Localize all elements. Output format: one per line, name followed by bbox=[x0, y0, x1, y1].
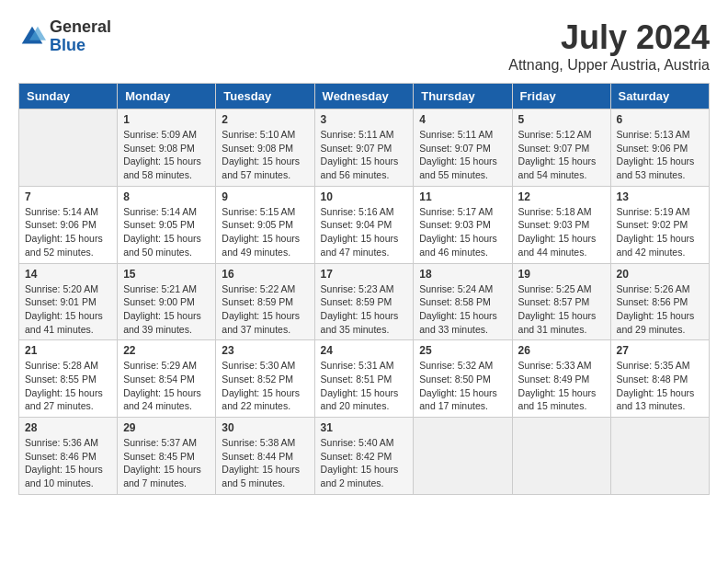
day-info: Sunrise: 5:10 AM Sunset: 9:08 PM Dayligh… bbox=[222, 128, 308, 182]
day-number: 6 bbox=[617, 113, 703, 126]
day-info: Sunrise: 5:32 AM Sunset: 8:50 PM Dayligh… bbox=[419, 359, 506, 413]
day-info: Sunrise: 5:15 AM Sunset: 9:05 PM Dayligh… bbox=[222, 205, 308, 259]
day-info: Sunrise: 5:37 AM Sunset: 8:45 PM Dayligh… bbox=[123, 436, 210, 490]
calendar-cell: 2Sunrise: 5:10 AM Sunset: 9:08 PM Daylig… bbox=[216, 109, 314, 187]
day-info: Sunrise: 5:23 AM Sunset: 8:59 PM Dayligh… bbox=[321, 282, 408, 337]
calendar-cell: 11Sunrise: 5:17 AM Sunset: 9:03 PM Dayli… bbox=[414, 186, 512, 263]
calendar-cell bbox=[414, 418, 512, 495]
calendar-table: SundayMondayTuesdayWednesdayThursdayFrid… bbox=[18, 83, 710, 495]
day-info: Sunrise: 5:14 AM Sunset: 9:05 PM Dayligh… bbox=[123, 205, 210, 259]
calendar-cell: 31Sunrise: 5:40 AM Sunset: 8:42 PM Dayli… bbox=[314, 418, 414, 495]
calendar-cell bbox=[19, 109, 118, 187]
calendar-header-row: SundayMondayTuesdayWednesdayThursdayFrid… bbox=[19, 84, 710, 109]
day-number: 5 bbox=[518, 113, 605, 126]
day-number: 20 bbox=[617, 268, 703, 281]
day-number: 2 bbox=[222, 113, 308, 126]
calendar-cell: 30Sunrise: 5:38 AM Sunset: 8:44 PM Dayli… bbox=[216, 418, 314, 495]
calendar-cell: 4Sunrise: 5:11 AM Sunset: 9:07 PM Daylig… bbox=[414, 109, 512, 187]
calendar-week-row: 21Sunrise: 5:28 AM Sunset: 8:55 PM Dayli… bbox=[19, 340, 710, 418]
day-info: Sunrise: 5:40 AM Sunset: 8:42 PM Dayligh… bbox=[321, 436, 408, 490]
calendar-cell: 27Sunrise: 5:35 AM Sunset: 8:48 PM Dayli… bbox=[610, 340, 709, 418]
col-header-tuesday: Tuesday bbox=[216, 84, 314, 109]
col-header-sunday: Sunday bbox=[19, 84, 118, 109]
calendar-cell: 26Sunrise: 5:33 AM Sunset: 8:49 PM Dayli… bbox=[512, 340, 610, 418]
calendar-cell: 10Sunrise: 5:16 AM Sunset: 9:04 PM Dayli… bbox=[314, 186, 414, 263]
day-info: Sunrise: 5:09 AM Sunset: 9:08 PM Dayligh… bbox=[123, 128, 210, 182]
day-info: Sunrise: 5:22 AM Sunset: 8:59 PM Dayligh… bbox=[222, 282, 308, 337]
day-number: 12 bbox=[518, 190, 605, 203]
day-info: Sunrise: 5:25 AM Sunset: 8:57 PM Dayligh… bbox=[518, 282, 605, 337]
day-number: 13 bbox=[617, 190, 703, 203]
calendar-cell: 24Sunrise: 5:31 AM Sunset: 8:51 PM Dayli… bbox=[314, 340, 414, 418]
day-info: Sunrise: 5:35 AM Sunset: 8:48 PM Dayligh… bbox=[617, 359, 703, 413]
col-header-wednesday: Wednesday bbox=[314, 84, 414, 109]
calendar-cell: 9Sunrise: 5:15 AM Sunset: 9:05 PM Daylig… bbox=[216, 186, 314, 263]
calendar-cell: 13Sunrise: 5:19 AM Sunset: 9:02 PM Dayli… bbox=[610, 186, 709, 263]
day-number: 15 bbox=[123, 268, 210, 281]
day-info: Sunrise: 5:11 AM Sunset: 9:07 PM Dayligh… bbox=[321, 128, 408, 182]
logo-text: General Blue bbox=[50, 18, 111, 55]
calendar-cell: 8Sunrise: 5:14 AM Sunset: 9:05 PM Daylig… bbox=[118, 186, 216, 263]
calendar-cell: 25Sunrise: 5:32 AM Sunset: 8:50 PM Dayli… bbox=[414, 340, 512, 418]
col-header-thursday: Thursday bbox=[414, 84, 512, 109]
calendar-week-row: 1Sunrise: 5:09 AM Sunset: 9:08 PM Daylig… bbox=[19, 109, 710, 187]
calendar-cell: 22Sunrise: 5:29 AM Sunset: 8:54 PM Dayli… bbox=[118, 340, 216, 418]
day-number: 1 bbox=[123, 113, 210, 126]
day-number: 29 bbox=[123, 421, 210, 434]
day-info: Sunrise: 5:19 AM Sunset: 9:02 PM Dayligh… bbox=[617, 205, 703, 259]
day-info: Sunrise: 5:18 AM Sunset: 9:03 PM Dayligh… bbox=[518, 205, 605, 259]
day-info: Sunrise: 5:12 AM Sunset: 9:07 PM Dayligh… bbox=[518, 128, 605, 182]
calendar-cell: 3Sunrise: 5:11 AM Sunset: 9:07 PM Daylig… bbox=[314, 109, 414, 187]
calendar-cell: 15Sunrise: 5:21 AM Sunset: 9:00 PM Dayli… bbox=[118, 263, 216, 340]
day-number: 31 bbox=[321, 421, 408, 434]
day-info: Sunrise: 5:14 AM Sunset: 9:06 PM Dayligh… bbox=[25, 205, 111, 259]
header: General Blue July 2024 Attnang, Upper Au… bbox=[18, 18, 710, 74]
day-number: 4 bbox=[419, 113, 506, 126]
calendar-cell: 21Sunrise: 5:28 AM Sunset: 8:55 PM Dayli… bbox=[19, 340, 118, 418]
day-number: 3 bbox=[321, 113, 408, 126]
day-info: Sunrise: 5:20 AM Sunset: 9:01 PM Dayligh… bbox=[25, 282, 111, 337]
logo-blue: Blue bbox=[50, 37, 111, 55]
day-number: 7 bbox=[25, 190, 111, 203]
calendar-cell: 19Sunrise: 5:25 AM Sunset: 8:57 PM Dayli… bbox=[512, 263, 610, 340]
calendar-cell: 17Sunrise: 5:23 AM Sunset: 8:59 PM Dayli… bbox=[314, 263, 414, 340]
day-number: 17 bbox=[321, 268, 408, 281]
day-info: Sunrise: 5:17 AM Sunset: 9:03 PM Dayligh… bbox=[419, 205, 506, 259]
calendar-cell: 18Sunrise: 5:24 AM Sunset: 8:58 PM Dayli… bbox=[414, 263, 512, 340]
day-info: Sunrise: 5:31 AM Sunset: 8:51 PM Dayligh… bbox=[321, 359, 408, 413]
day-number: 30 bbox=[222, 421, 308, 434]
day-number: 24 bbox=[321, 344, 408, 357]
day-info: Sunrise: 5:30 AM Sunset: 8:52 PM Dayligh… bbox=[222, 359, 308, 413]
day-number: 16 bbox=[222, 268, 308, 281]
day-number: 23 bbox=[222, 344, 308, 357]
day-info: Sunrise: 5:21 AM Sunset: 9:00 PM Dayligh… bbox=[123, 282, 210, 337]
day-number: 18 bbox=[419, 268, 506, 281]
col-header-friday: Friday bbox=[512, 84, 610, 109]
calendar-cell: 5Sunrise: 5:12 AM Sunset: 9:07 PM Daylig… bbox=[512, 109, 610, 187]
day-number: 27 bbox=[617, 344, 703, 357]
day-info: Sunrise: 5:29 AM Sunset: 8:54 PM Dayligh… bbox=[123, 359, 210, 413]
day-number: 28 bbox=[25, 421, 111, 434]
calendar-cell: 20Sunrise: 5:26 AM Sunset: 8:56 PM Dayli… bbox=[610, 263, 709, 340]
day-number: 26 bbox=[518, 344, 605, 357]
month-year-title: July 2024 bbox=[508, 18, 710, 57]
day-info: Sunrise: 5:36 AM Sunset: 8:46 PM Dayligh… bbox=[25, 436, 111, 490]
day-info: Sunrise: 5:38 AM Sunset: 8:44 PM Dayligh… bbox=[222, 436, 308, 490]
col-header-monday: Monday bbox=[118, 84, 216, 109]
day-info: Sunrise: 5:24 AM Sunset: 8:58 PM Dayligh… bbox=[419, 282, 506, 337]
calendar-cell bbox=[610, 418, 709, 495]
day-number: 19 bbox=[518, 268, 605, 281]
day-number: 14 bbox=[25, 268, 111, 281]
calendar-cell: 12Sunrise: 5:18 AM Sunset: 9:03 PM Dayli… bbox=[512, 186, 610, 263]
day-info: Sunrise: 5:28 AM Sunset: 8:55 PM Dayligh… bbox=[25, 359, 111, 413]
calendar-week-row: 14Sunrise: 5:20 AM Sunset: 9:01 PM Dayli… bbox=[19, 263, 710, 340]
calendar-week-row: 7Sunrise: 5:14 AM Sunset: 9:06 PM Daylig… bbox=[19, 186, 710, 263]
location-subtitle: Attnang, Upper Austria, Austria bbox=[508, 57, 710, 74]
calendar-week-row: 28Sunrise: 5:36 AM Sunset: 8:46 PM Dayli… bbox=[19, 418, 710, 495]
day-info: Sunrise: 5:16 AM Sunset: 9:04 PM Dayligh… bbox=[321, 205, 408, 259]
day-number: 21 bbox=[25, 344, 111, 357]
calendar-cell: 29Sunrise: 5:37 AM Sunset: 8:45 PM Dayli… bbox=[118, 418, 216, 495]
col-header-saturday: Saturday bbox=[610, 84, 709, 109]
day-info: Sunrise: 5:11 AM Sunset: 9:07 PM Dayligh… bbox=[419, 128, 506, 182]
calendar-cell: 16Sunrise: 5:22 AM Sunset: 8:59 PM Dayli… bbox=[216, 263, 314, 340]
